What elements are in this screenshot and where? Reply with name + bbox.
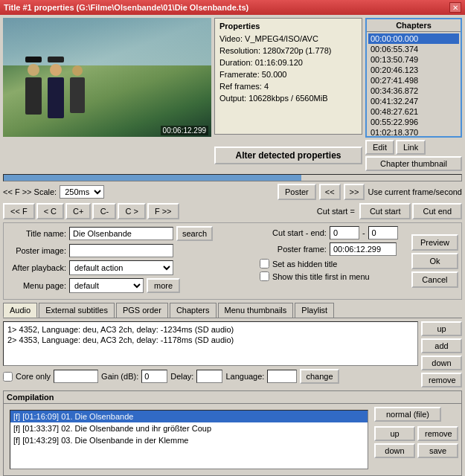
- cut-start-action[interactable]: Cut start: [359, 203, 411, 219]
- gain-input[interactable]: [141, 370, 167, 383]
- after-playback-select[interactable]: default action: [69, 260, 173, 275]
- chapter-item[interactable]: 00:48:27.621: [368, 106, 459, 117]
- compilation-title: Compilation: [4, 391, 461, 404]
- audio-track-item[interactable]: 2> 4353, Language: deu, AC3 2ch, delay: …: [6, 335, 415, 345]
- prop-framerate: Framerate: 50.000: [219, 68, 357, 80]
- poster-button[interactable]: Poster: [278, 184, 316, 200]
- chapters-title: Chapters: [367, 19, 461, 32]
- c-plus-button[interactable]: C+: [65, 203, 91, 219]
- chapter-item[interactable]: 00:06:55.374: [368, 44, 459, 54]
- video-preview: 00:06:12.299: [3, 18, 211, 137]
- compilation-item[interactable]: [f] [01:43:29] 03. Die Olsenbande in der…: [10, 434, 368, 446]
- chapter-item[interactable]: 00:13:50.749: [368, 54, 459, 65]
- cut-start-input[interactable]: [330, 226, 359, 239]
- tab-audio[interactable]: Audio: [3, 303, 37, 318]
- video-timestamp: 00:06:12.299: [161, 126, 208, 135]
- chapter-thumbnail-button[interactable]: Chapter thumbnail: [365, 156, 462, 171]
- tab-pgs-order[interactable]: PGS order: [116, 303, 168, 318]
- audio-buttons: up add down remove: [421, 321, 462, 387]
- audio-tracks-list: 1> 4352, Language: deu, AC3 2ch, delay: …: [3, 321, 418, 366]
- title-name-label: Title name:: [7, 229, 66, 238]
- cut-end-button[interactable]: Cut end: [412, 203, 462, 219]
- ok-button[interactable]: Ok: [411, 253, 458, 269]
- chapters-panel: Chapters 00:00:00.00000:06:55.37400:13:5…: [365, 18, 462, 138]
- language-input[interactable]: [267, 370, 297, 383]
- scale-label: << F >> Scale:: [3, 187, 57, 196]
- preview-button[interactable]: Preview: [411, 234, 458, 251]
- core-only-checkbox[interactable]: [3, 372, 13, 382]
- c-left-button[interactable]: < C: [36, 203, 64, 219]
- first-in-menu-checkbox[interactable]: [260, 271, 269, 281]
- window-title: Title #1 properties (G:\Filme\Olsenbande…: [4, 3, 248, 12]
- cut-start-label: Cut start =: [317, 207, 355, 216]
- delay-label: Delay:: [170, 372, 193, 381]
- normal-file-button[interactable]: normal (file): [374, 407, 441, 422]
- prop-resolution: Resolution: 1280x720p (1.778): [219, 45, 357, 57]
- timeline-bar[interactable]: [3, 174, 462, 181]
- audio-remove-button[interactable]: remove: [421, 373, 462, 387]
- hidden-title-label: Set as hidden title: [272, 260, 337, 268]
- more-button[interactable]: more: [147, 278, 180, 293]
- poster-frame-label: Poster frame:: [260, 245, 327, 254]
- chapter-item[interactable]: 00:00:00.000: [368, 33, 459, 44]
- tab-menu-thumbnails[interactable]: Menu thumbnails: [218, 303, 294, 318]
- alter-detected-button[interactable]: Alter detected properties: [214, 147, 362, 164]
- tab-playlist[interactable]: Playlist: [295, 303, 334, 318]
- delay-input[interactable]: [196, 370, 222, 383]
- compilation-item[interactable]: [f] [01:33:37] 02. Die Olsenbande und ih…: [10, 422, 368, 434]
- use-current-label: Use current frame/second: [368, 187, 462, 196]
- properties-title: Properties: [219, 22, 357, 30]
- poster-image-input[interactable]: [69, 244, 173, 257]
- edit-button[interactable]: Edit: [365, 140, 394, 155]
- prev-chapter-button[interactable]: <<: [319, 184, 341, 200]
- hidden-title-checkbox[interactable]: [260, 259, 269, 268]
- menu-page-select[interactable]: default: [69, 278, 144, 293]
- gain-label: Gain (dB):: [101, 372, 138, 381]
- ff-left-button[interactable]: << F: [3, 203, 35, 219]
- first-in-menu-label: Show this title first in menu: [272, 272, 370, 281]
- comp-remove-button[interactable]: remove: [417, 426, 458, 441]
- comp-save-button[interactable]: save: [417, 443, 458, 458]
- f-right-button[interactable]: F >>: [147, 203, 179, 219]
- close-button[interactable]: ✕: [449, 2, 461, 13]
- prop-video: Video: V_MPEG4/ISO/AVC: [219, 33, 357, 45]
- chapter-item[interactable]: 00:34:36.872: [368, 86, 459, 96]
- comp-up-button[interactable]: up: [374, 426, 415, 441]
- prop-output: Output: 10628kbps / 6560MiB: [219, 92, 357, 104]
- compilation-list: [f] [01:16:09] 01. Die Olsenbande[f] [01…: [10, 410, 368, 469]
- comp-down-button[interactable]: down: [374, 443, 415, 458]
- scale-select[interactable]: 250ms 500ms 1s: [60, 185, 104, 199]
- change-button[interactable]: change: [300, 369, 339, 384]
- poster-frame-input[interactable]: [330, 242, 397, 256]
- prop-refframes: Ref frames: 4: [219, 80, 357, 92]
- audio-up-button[interactable]: up: [421, 321, 462, 336]
- tab-external-subtitles[interactable]: External subtitles: [39, 303, 115, 318]
- after-playback-label: After playback:: [7, 263, 66, 272]
- chapters-list: 00:00:00.00000:06:55.37400:13:50.74900:2…: [367, 32, 461, 136]
- tab-chapters[interactable]: Chapters: [170, 303, 217, 318]
- compilation-section: Compilation [f] [01:16:09] 01. Die Olsen…: [3, 390, 462, 476]
- chapter-item[interactable]: 00:27:41.498: [368, 75, 459, 86]
- chapter-item[interactable]: 00:20:46.123: [368, 65, 459, 75]
- chapter-item[interactable]: 00:55:22.996: [368, 117, 459, 127]
- compilation-item[interactable]: [f] [01:16:09] 01. Die Olsenbande: [10, 411, 368, 422]
- chapter-item[interactable]: 01:02:18.370: [368, 127, 459, 136]
- cancel-button[interactable]: Cancel: [411, 271, 458, 288]
- prop-duration: Duration: 01:16:09.120: [219, 57, 357, 68]
- cut-end-input[interactable]: [368, 226, 398, 239]
- audio-add-button[interactable]: add: [421, 338, 462, 353]
- link-button[interactable]: Link: [396, 140, 426, 155]
- c-minus-button[interactable]: C-: [92, 203, 116, 219]
- search-button[interactable]: search: [176, 226, 213, 241]
- c-right-button[interactable]: C >: [118, 203, 145, 219]
- audio-down-button[interactable]: down: [421, 356, 462, 370]
- audio-track-item[interactable]: 1> 4352, Language: deu, AC3 2ch, delay: …: [6, 324, 415, 335]
- title-bar: Title #1 properties (G:\Filme\Olsenbande…: [0, 0, 465, 15]
- next-chapter-button[interactable]: >>: [344, 184, 365, 200]
- title-name-input[interactable]: [69, 227, 173, 240]
- tabs-row: AudioExternal subtitlesPGS orderChapters…: [3, 303, 462, 318]
- chapter-item[interactable]: 00:41:32.247: [368, 96, 459, 106]
- cut-start-end-label: Cut start - end:: [260, 228, 327, 237]
- gain-input-bg: [54, 370, 98, 383]
- language-label: Language:: [225, 372, 264, 381]
